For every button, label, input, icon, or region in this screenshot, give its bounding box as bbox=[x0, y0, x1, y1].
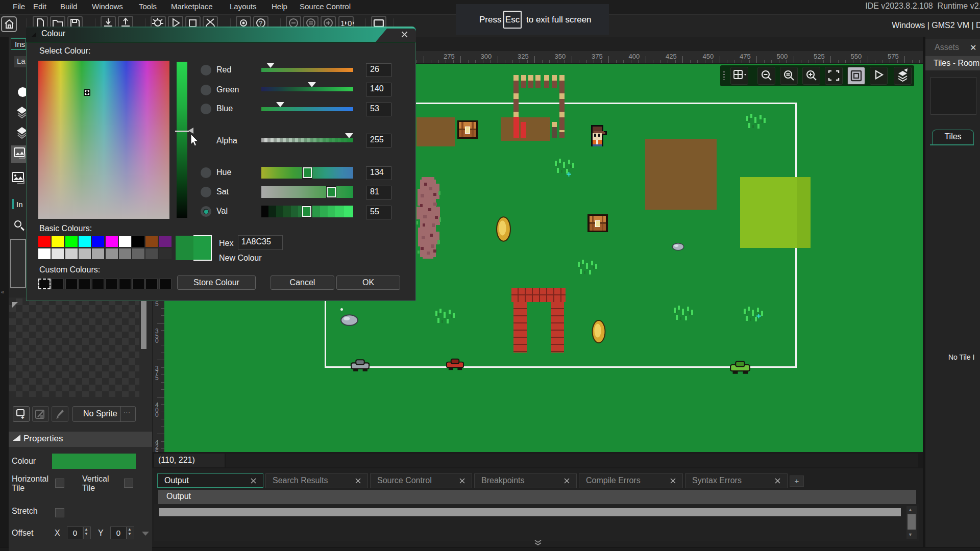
svg-text:?: ? bbox=[259, 19, 262, 27]
